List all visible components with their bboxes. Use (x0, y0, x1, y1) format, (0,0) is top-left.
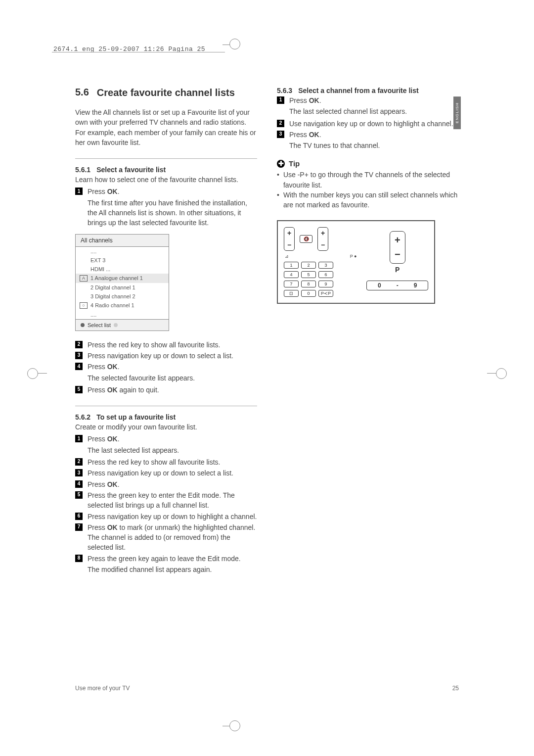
num-btn: 1 (284, 262, 299, 269)
subsection-562: 5.6.2To set up a favourite list Create o… (75, 413, 257, 574)
program-button: +− (317, 227, 328, 251)
section-heading: 5.6 Create favourite channel lists (75, 87, 257, 98)
steps-562: 1Press OK. (75, 434, 257, 444)
channel-row: ○4 Radio channel 1 (76, 301, 169, 310)
divider (75, 406, 257, 406)
subsection-intro-561: Learn how to select one of the favourite… (75, 175, 257, 185)
right-column: 5.6.3Select a channel from a favourite l… (277, 87, 459, 697)
step: 2Use navigation key up or down to highli… (277, 119, 459, 129)
num-btn: ⊡ (284, 290, 299, 297)
channel-row: HDMI ... (76, 265, 169, 274)
step: 1 Press OK. (75, 187, 257, 196)
vol-symbol-icon: ⊿ (285, 254, 289, 259)
subsection-intro-562: Create or modify your own favourite list… (75, 422, 257, 432)
tip-icon: ✚ (277, 160, 285, 168)
step-number: 1 (75, 188, 83, 195)
subsection-561: 5.6.1Select a favourite list Learn how t… (75, 166, 257, 395)
section-title: Create favourite channel lists (97, 87, 235, 98)
analogue-icon: A (80, 275, 88, 282)
step-desc: The modified channel list appears again. (88, 565, 257, 574)
step: 6Press navigation key up or down to high… (75, 512, 257, 521)
num-btn: 0 (301, 290, 316, 297)
step: 5Press the green key to enter the Edit m… (75, 490, 257, 511)
subsection-563: 5.6.3Select a channel from a favourite l… (277, 87, 459, 150)
subsection-heading-562: 5.6.2To set up a favourite list (75, 413, 257, 421)
step-text: Press OK. (88, 187, 257, 196)
num-btn: 9 (318, 281, 333, 287)
num-btn: 6 (318, 271, 333, 278)
steps-561c: 5Press OK again to quit. (75, 385, 257, 395)
mute-column: 🔇 (300, 235, 312, 243)
step: 3Press OK. (277, 130, 459, 140)
channel-list-title: All channels (76, 235, 169, 247)
steps-563: 1Press OK. (277, 95, 459, 105)
channel-list-widget: All channels .... EXT 3 HDMI ... A1 Anal… (75, 234, 169, 331)
tip-item: With the number keys you can still selec… (277, 190, 459, 210)
step: 7Press OK to mark (or unmark) the highli… (75, 522, 257, 553)
num-btn: P≺P (318, 290, 333, 297)
header-rule (52, 52, 225, 52)
remote-top-row: +− 🔇 +− (284, 227, 357, 251)
step-desc: The last selected list appears. (88, 445, 257, 455)
channel-row: .... (76, 247, 169, 256)
step: 1Press OK. (277, 95, 459, 105)
remote-right-panel: +− P 0 - 9 (366, 227, 428, 290)
section-number: 5.6 (75, 87, 89, 98)
section-intro: View the All channels list or set up a F… (75, 107, 257, 147)
num-btn: 5 (301, 271, 316, 278)
tip-label: Tip (289, 159, 300, 168)
number-pad: 1 2 3 4 5 6 7 8 9 ⊡ 0 P≺P (284, 262, 357, 297)
step: 4Press OK. (75, 362, 257, 372)
remote-diagram: +− 🔇 +− ⊿ P ● 1 2 3 4 5 6 7 (277, 220, 435, 304)
footer-left: Use more of your TV (75, 685, 130, 692)
channel-row: 2 Digital channel 1 (76, 283, 169, 292)
p-label: P ● (350, 254, 357, 259)
subsection-heading-561: 5.6.1Select a favourite list (75, 166, 257, 174)
left-column: 5.6 Create favourite channel lists View … (75, 87, 257, 697)
radio-icon: ○ (80, 302, 88, 309)
channel-list-body: .... EXT 3 HDMI ... A1 Analogue channel … (76, 247, 169, 319)
p-label-big: P (366, 266, 428, 274)
big-program-button: +− (390, 231, 405, 264)
step: 4Press OK. (75, 479, 257, 489)
steps-561a: 1 Press OK. (75, 187, 257, 196)
page-number: 25 (452, 685, 459, 692)
crop-mark-top (222, 45, 236, 60)
channel-row: .... (76, 310, 169, 319)
page-footer: Use more of your TV 25 (75, 685, 459, 692)
num-btn: 3 (318, 262, 333, 269)
channel-row-selected: A1 Analogue channel 1 (76, 274, 169, 283)
step: 1Press OK. (75, 434, 257, 444)
tip-item: Use -P+ to go through the TV channels of… (277, 170, 459, 190)
num-btn: 7 (284, 281, 299, 287)
crop-mark-left (27, 366, 43, 380)
step: 3Press navigation key up or down to sele… (75, 468, 257, 478)
tip-heading: ✚ Tip (277, 159, 459, 168)
step-desc: The first time after you have finished t… (88, 198, 257, 228)
step: 5Press OK again to quit. (75, 385, 257, 395)
divider (75, 158, 257, 159)
remote-left-panel: +− 🔇 +− ⊿ P ● 1 2 3 4 5 6 7 (284, 227, 357, 297)
mute-icon: 🔇 (300, 235, 312, 243)
step: 8Press the green key again to leave the … (75, 554, 257, 564)
num-btn: 4 (284, 271, 299, 278)
subsection-heading-563: 5.6.3Select a channel from a favourite l… (277, 87, 459, 94)
step-desc: The last selected channel list appears. (289, 106, 459, 116)
channel-row: EXT 3 (76, 256, 169, 265)
red-dot-icon (81, 323, 85, 327)
range-box: 0 - 9 (366, 281, 428, 290)
step: 2Press the red key to show all favourite… (75, 340, 257, 350)
volume-button: +− (284, 227, 295, 251)
step-desc: The selected favourite list appears. (88, 373, 257, 383)
steps-561b: 2Press the red key to show all favourite… (75, 340, 257, 372)
tip-list: Use -P+ to go through the TV channels of… (277, 170, 459, 210)
step: 2Press the red key to show all favourite… (75, 457, 257, 467)
page-content: 5.6 Create favourite channel lists View … (75, 87, 459, 697)
channel-row: 3 Digital channel 2 (76, 292, 169, 301)
step: 3Press navigation key up or down to sele… (75, 351, 257, 361)
channel-list-footer: Select list (76, 319, 169, 331)
num-btn: 2 (301, 262, 316, 269)
crop-mark-right (491, 366, 507, 380)
num-btn: 8 (301, 281, 316, 287)
grey-dot-icon (114, 323, 118, 327)
